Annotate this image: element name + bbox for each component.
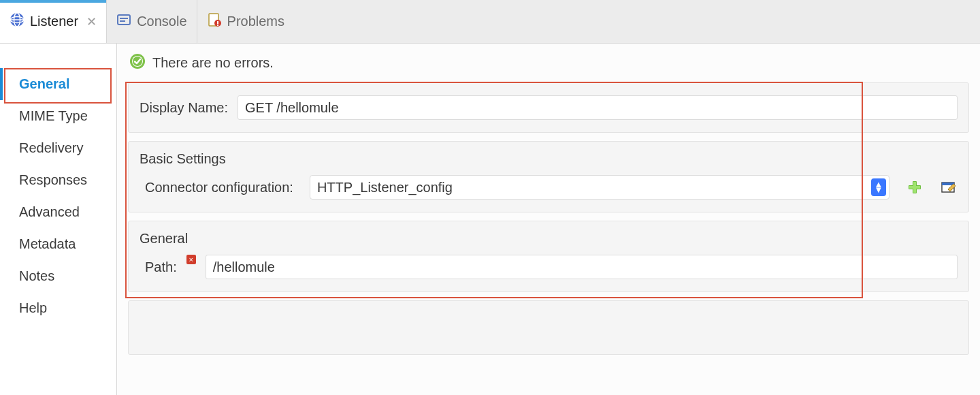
sidebar-item-responses[interactable]: Responses [0, 164, 116, 196]
tab-problems[interactable]: Problems [197, 0, 294, 43]
general-section: General Path: × [128, 221, 969, 292]
status-row: There are no errors. [124, 44, 973, 82]
checkmark-icon [129, 53, 146, 73]
edit-icon[interactable] [940, 178, 958, 196]
tab-label: Problems [227, 14, 284, 29]
basic-settings-heading: Basic Settings [140, 151, 958, 167]
svg-rect-5 [120, 18, 128, 19]
svg-rect-6 [120, 20, 125, 22]
globe-icon [10, 12, 24, 31]
path-input[interactable] [206, 255, 958, 279]
svg-rect-17 [909, 186, 920, 189]
tab-console[interactable]: Console [107, 0, 197, 43]
sidebar-item-label: Help [19, 300, 47, 315]
sidebar-item-label: Metadata [19, 236, 76, 251]
display-name-input[interactable] [238, 95, 958, 120]
sidebar-item-label: Redelivery [19, 140, 83, 155]
status-text: There are no errors. [152, 55, 274, 71]
path-label: Path: [140, 259, 177, 275]
sidebar-item-label: Advanced [19, 204, 80, 219]
tab-label: Console [137, 14, 186, 29]
svg-rect-10 [217, 25, 218, 26]
sidebar-item-help[interactable]: Help [0, 292, 116, 324]
annotation-highlight [4, 68, 112, 104]
svg-rect-9 [217, 21, 218, 24]
tab-label: Listener [30, 14, 78, 29]
display-name-label: Display Name: [140, 100, 228, 116]
basic-settings-section: Basic Settings Connector configuration: … [128, 141, 969, 212]
sidebar-item-advanced[interactable]: Advanced [0, 196, 116, 228]
problems-icon [207, 12, 222, 31]
svg-rect-4 [118, 15, 130, 25]
general-heading: General [140, 231, 958, 247]
close-icon[interactable]: ✕ [86, 14, 97, 29]
connector-config-value: HTTP_Listener_config [317, 180, 453, 195]
connector-config-select[interactable]: HTTP_Listener_config ▲▼ [310, 175, 889, 200]
sidebar-item-label: MIME Type [19, 108, 88, 123]
tab-listener[interactable]: Listener ✕ [0, 0, 107, 43]
content-panel: There are no errors. Display Name: Basic… [117, 44, 980, 395]
sidebar: General MIME Type Redelivery Responses A… [0, 44, 117, 395]
sidebar-item-label: Responses [19, 172, 87, 187]
dropdown-stepper-icon[interactable]: ▲▼ [871, 178, 886, 196]
error-marker-icon: × [186, 255, 196, 264]
display-name-section: Display Name: [128, 82, 969, 133]
empty-panel [128, 300, 969, 355]
sidebar-item-notes[interactable]: Notes [0, 260, 116, 292]
add-icon[interactable] [906, 178, 924, 196]
sidebar-item-mime-type[interactable]: MIME Type [0, 100, 116, 132]
tab-strip: Listener ✕ Console Problems [0, 0, 980, 44]
sidebar-item-redelivery[interactable]: Redelivery [0, 132, 116, 164]
sidebar-item-metadata[interactable]: Metadata [0, 228, 116, 260]
sidebar-item-label: Notes [19, 268, 54, 283]
console-icon [116, 12, 131, 31]
connector-config-label: Connector configuration: [140, 180, 293, 195]
